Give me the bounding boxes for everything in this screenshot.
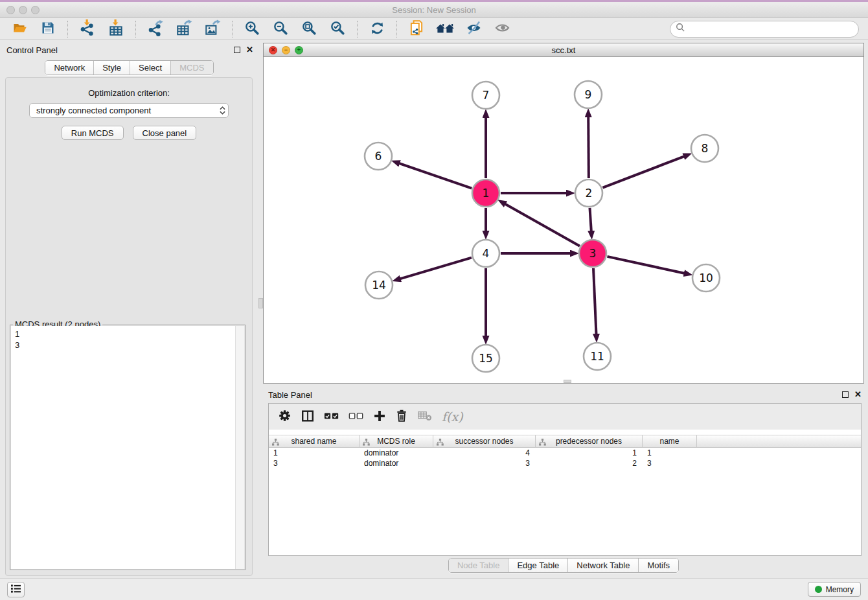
float-table-panel-icon[interactable]: [842, 391, 849, 398]
node-3[interactable]: 3: [579, 240, 606, 267]
tab-select[interactable]: Select: [130, 61, 170, 75]
tab-mcds[interactable]: MCDS: [170, 61, 212, 75]
table-settings-button[interactable]: [278, 407, 291, 426]
add-column-button[interactable]: [373, 407, 386, 426]
edge-2-3[interactable]: [589, 208, 591, 233]
tab-network[interactable]: Network: [45, 61, 93, 75]
cell-successor-nodes[interactable]: 4: [433, 448, 536, 457]
node-15[interactable]: 15: [472, 345, 499, 372]
close-panel-button[interactable]: Close panel: [133, 126, 197, 140]
cell-shared-name[interactable]: 1: [269, 448, 360, 457]
memory-button[interactable]: Memory: [808, 582, 861, 597]
function-builder-button[interactable]: f(x): [442, 407, 463, 426]
tab-style[interactable]: Style: [93, 61, 130, 75]
cell-successor-nodes[interactable]: 3: [433, 459, 536, 468]
tab-network-table[interactable]: Network Table: [567, 559, 638, 572]
select-all-columns-button[interactable]: [324, 407, 339, 426]
node-1[interactable]: 1: [472, 179, 499, 207]
cell-name[interactable]: 3: [643, 459, 697, 468]
cell-MCDS-role[interactable]: dominator: [360, 448, 433, 457]
cell-MCDS-role[interactable]: dominator: [360, 459, 433, 468]
network-close-button[interactable]: ✕: [269, 46, 277, 54]
zoom-window-button[interactable]: [31, 6, 40, 14]
zoom-fit-button[interactable]: [296, 19, 322, 39]
splitter-handle[interactable]: [258, 298, 263, 308]
node-2[interactable]: 2: [575, 179, 602, 207]
zoom-fit-icon: [301, 20, 317, 38]
float-panel-icon[interactable]: [234, 47, 240, 53]
tab-node-table[interactable]: Node Table: [449, 559, 508, 572]
clone-network-button[interactable]: [404, 19, 429, 39]
cell-predecessor-nodes[interactable]: 2: [536, 459, 643, 468]
close-window-button[interactable]: [6, 6, 15, 14]
cell-predecessor-nodes[interactable]: 1: [536, 448, 643, 457]
column-header-shared-name[interactable]: shared name: [269, 435, 360, 447]
deselect-all-columns-button[interactable]: [348, 407, 364, 426]
node-11[interactable]: 11: [584, 343, 611, 370]
node-8[interactable]: 8: [691, 135, 718, 162]
delete-column-button[interactable]: [395, 407, 408, 426]
run-mcds-button[interactable]: Run MCDS: [62, 126, 124, 140]
cell-name[interactable]: 1: [643, 448, 697, 457]
zoom-in-button[interactable]: [239, 19, 265, 39]
zoom-out-button[interactable]: [268, 19, 293, 39]
search-input[interactable]: [688, 24, 853, 34]
main-toolbar: [0, 18, 868, 40]
table-row[interactable]: 1dominator411: [269, 448, 861, 458]
zoom-selected-button[interactable]: [325, 19, 350, 39]
hide-selected-button[interactable]: [461, 19, 486, 39]
column-header-name[interactable]: name: [643, 435, 697, 447]
canvas-scroll-handle[interactable]: [564, 380, 571, 383]
export-image-button[interactable]: [200, 19, 225, 39]
first-neighbors-button[interactable]: [432, 19, 458, 39]
table-panel: Table Panel ✕: [263, 386, 864, 574]
minimize-window-button[interactable]: [19, 6, 27, 14]
export-table-button[interactable]: [171, 19, 197, 39]
edge-3-1[interactable]: [504, 203, 580, 246]
mcds-result-textarea[interactable]: 1 3: [11, 326, 244, 569]
tab-edge-table[interactable]: Edge Table: [508, 559, 567, 572]
tab-motifs[interactable]: Motifs: [638, 559, 678, 572]
node-14[interactable]: 14: [365, 271, 393, 299]
open-session-button[interactable]: [6, 19, 32, 39]
node-6[interactable]: 6: [365, 143, 392, 170]
network-window-titlebar[interactable]: ✕ − + scc.txt: [264, 43, 863, 57]
edge-2-8[interactable]: [602, 156, 685, 188]
table-row[interactable]: 3dominator323: [269, 458, 861, 468]
show-all-button[interactable]: [489, 19, 515, 39]
edge-3-11[interactable]: [593, 268, 597, 336]
close-table-panel-icon[interactable]: ✕: [854, 391, 862, 398]
vertical-splitter[interactable]: [258, 40, 263, 578]
column-header-successor-nodes[interactable]: successor nodes: [433, 435, 536, 447]
node-9[interactable]: 9: [575, 81, 602, 108]
import-network-button[interactable]: [74, 19, 100, 39]
edge-4-14[interactable]: [399, 258, 472, 279]
criterion-dropdown[interactable]: strongly connected component: [29, 103, 229, 118]
toolbar-separator: [67, 21, 68, 38]
export-network-button[interactable]: [143, 19, 168, 39]
column-header-MCDS-role[interactable]: MCDS role: [360, 435, 433, 447]
close-panel-icon[interactable]: ✕: [246, 47, 253, 53]
save-session-button[interactable]: [35, 19, 61, 39]
optimization-criterion-label: Optimization criterion:: [6, 88, 252, 98]
network-canvas[interactable]: 1234678910111415: [264, 57, 863, 383]
search-field[interactable]: [670, 21, 859, 38]
network-maximize-button[interactable]: +: [295, 46, 303, 54]
refresh-view-button[interactable]: [364, 19, 390, 39]
edge-3-10[interactable]: [607, 257, 685, 273]
cell-shared-name[interactable]: 3: [269, 459, 360, 468]
node-4[interactable]: 4: [472, 240, 499, 267]
task-history-button[interactable]: [7, 582, 25, 597]
split-view-button[interactable]: [301, 407, 315, 426]
network-minimize-button[interactable]: −: [282, 46, 290, 54]
column-header-predecessor-nodes[interactable]: predecessor nodes: [536, 435, 643, 447]
node-10[interactable]: 10: [692, 264, 720, 292]
import-table-button[interactable]: [103, 19, 129, 39]
plus-icon: [373, 410, 386, 424]
network-graph[interactable]: 1234678910111415: [264, 57, 863, 383]
result-scrollbar[interactable]: [235, 326, 244, 569]
edge-2-9[interactable]: [588, 115, 589, 178]
edge-1-6[interactable]: [398, 163, 472, 188]
node-7[interactable]: 7: [472, 82, 499, 109]
delete-table-button[interactable]: [417, 407, 433, 426]
